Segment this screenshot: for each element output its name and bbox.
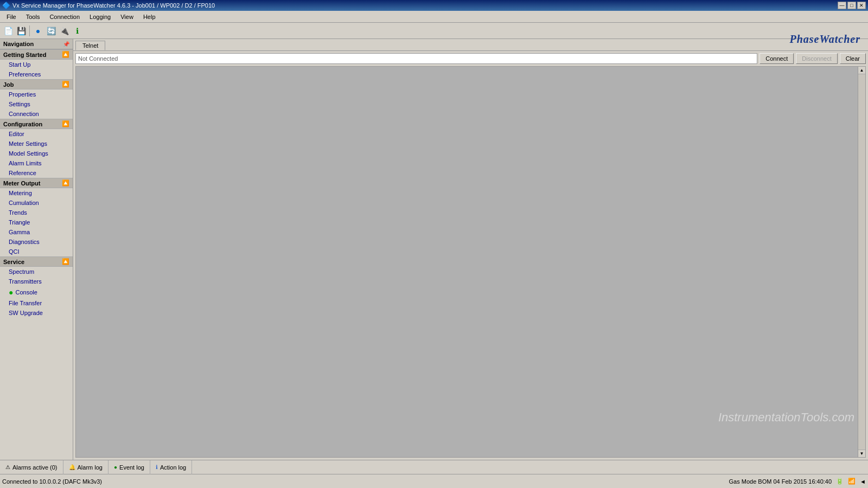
status-arrow-icon: ◄	[860, 478, 866, 485]
telnet-address-input[interactable]	[75, 53, 757, 64]
nav-section-service-collapse-icon: 🔼	[62, 258, 69, 265]
navigation-sidebar: Navigation 📌 Getting Started 🔼 Start Up …	[0, 39, 73, 460]
sidebar-item-cumulation-label: Cumulation	[9, 200, 39, 206]
status-right-area: Gas Mode BOM 04 Feb 2015 16:40:40 🔋 📶 ◄	[729, 478, 866, 485]
minimize-button[interactable]: —	[838, 2, 846, 9]
nav-section-job-collapse-icon: 🔼	[62, 81, 69, 88]
nav-section-configuration[interactable]: Configuration 🔼	[0, 119, 73, 129]
tab-event-log[interactable]: ● Event log	[108, 460, 150, 474]
title-text: Vx Service Manager for PhaseWatcher 4.6.…	[12, 2, 215, 9]
connect-button[interactable]: Connect	[760, 53, 794, 64]
scroll-down-arrow[interactable]: ▼	[858, 450, 865, 457]
sidebar-item-settings[interactable]: Settings	[0, 99, 73, 109]
scroll-track[interactable]	[858, 74, 865, 450]
sidebar-item-model-settings[interactable]: Model Settings	[0, 149, 73, 158]
title-bar: 🔷 Vx Service Manager for PhaseWatcher 4.…	[0, 0, 868, 11]
nav-header: Navigation 📌	[0, 39, 73, 49]
app-icon: 🔷	[2, 2, 10, 9]
sidebar-item-trends[interactable]: Trends	[0, 208, 73, 217]
sidebar-item-spectrum[interactable]: Spectrum	[0, 267, 73, 277]
status-tray-icon-1: 🔋	[836, 478, 844, 485]
status-gas-mode-text: Gas Mode BOM 04 Feb 2015 16:40:40	[729, 478, 832, 485]
tab-alarms-active[interactable]: ⚠ Alarms active (0)	[0, 460, 63, 474]
menu-tools[interactable]: Tools	[22, 12, 44, 21]
sidebar-item-console-label: Console	[15, 289, 37, 296]
sidebar-item-alarm-limits[interactable]: Alarm Limits	[0, 158, 73, 168]
sidebar-item-sw-upgrade[interactable]: SW Upgrade	[0, 308, 73, 318]
status-connection-text: Connected to 10.0.0.2 (DAFC Mk3v3)	[2, 478, 102, 485]
sidebar-item-meter-settings[interactable]: Meter Settings	[0, 139, 73, 149]
sidebar-item-qci-label: QCI	[9, 248, 20, 255]
nav-pin-icon[interactable]: 📌	[63, 41, 69, 47]
sidebar-item-gamma[interactable]: Gamma	[0, 227, 73, 237]
nav-section-getting-started-label: Getting Started	[3, 52, 46, 58]
telnet-console[interactable]: InstrumentationTools.com ▲ ▼	[75, 66, 866, 458]
toolbar-connect-button[interactable]: ●	[32, 25, 44, 37]
sidebar-item-settings-label: Settings	[9, 101, 30, 107]
nav-section-service[interactable]: Service 🔼	[0, 256, 73, 267]
window-controls[interactable]: — □ ✕	[838, 2, 866, 9]
status-tray-icon-2: 📶	[848, 478, 856, 485]
toolbar-new-button[interactable]: 📄	[2, 25, 14, 37]
telnet-toolbar: Connect Disconnect Clear	[75, 53, 866, 64]
sidebar-item-sw-upgrade-label: SW Upgrade	[9, 310, 43, 316]
nav-section-job[interactable]: Job 🔼	[0, 79, 73, 89]
menu-view[interactable]: View	[116, 12, 138, 21]
sidebar-item-gamma-label: Gamma	[9, 229, 30, 235]
sidebar-item-alarm-limits-label: Alarm Limits	[9, 160, 42, 166]
toolbar-refresh-button[interactable]: 🔄	[45, 25, 57, 37]
sidebar-item-startup-label: Start Up	[9, 61, 30, 68]
sidebar-item-model-settings-label: Model Settings	[9, 150, 48, 157]
tab-action-log[interactable]: ℹ Action log	[150, 460, 192, 474]
main-layout: Navigation 📌 Getting Started 🔼 Start Up …	[0, 39, 868, 460]
status-bar: Connected to 10.0.0.2 (DAFC Mk3v3) Gas M…	[0, 474, 868, 488]
alarm-log-icon: 🔔	[69, 464, 75, 470]
toolbar-disconnect-button[interactable]: 🔌	[58, 25, 70, 37]
nav-section-getting-started[interactable]: Getting Started 🔼	[0, 49, 73, 60]
sidebar-item-properties[interactable]: Properties	[0, 89, 73, 99]
disconnect-button[interactable]: Disconnect	[796, 53, 837, 64]
menu-connection[interactable]: Connection	[45, 12, 84, 21]
console-active-icon: ●	[9, 288, 13, 297]
menu-file[interactable]: File	[2, 12, 21, 21]
maximize-button[interactable]: □	[847, 2, 856, 9]
sidebar-item-metering-label: Metering	[9, 190, 32, 196]
sidebar-item-file-transfer[interactable]: File Transfer	[0, 298, 73, 308]
tab-telnet[interactable]: Telnet	[75, 41, 105, 50]
sidebar-item-preferences[interactable]: Preferences	[0, 69, 73, 79]
sidebar-item-startup[interactable]: Start Up	[0, 60, 73, 69]
nav-section-meter-output-collapse-icon: 🔼	[62, 179, 69, 187]
sidebar-item-editor-label: Editor	[9, 131, 24, 137]
sidebar-item-meter-settings-label: Meter Settings	[9, 140, 47, 147]
alarms-icon: ⚠	[5, 464, 10, 470]
menu-help[interactable]: Help	[139, 12, 160, 21]
sidebar-item-transmitters[interactable]: Transmitters	[0, 277, 73, 286]
menu-logging[interactable]: Logging	[85, 12, 115, 21]
sidebar-item-metering[interactable]: Metering	[0, 188, 73, 198]
tab-alarm-log[interactable]: 🔔 Alarm log	[63, 460, 108, 474]
sidebar-item-triangle[interactable]: Triangle	[0, 217, 73, 227]
clear-button[interactable]: Clear	[840, 53, 866, 64]
toolbar-info-button[interactable]: ℹ	[71, 25, 83, 37]
sidebar-item-console[interactable]: ● Console	[0, 286, 73, 298]
toolbar: 📄 💾 ● 🔄 🔌 ℹ PhaseWatcher	[0, 23, 868, 39]
scroll-up-arrow[interactable]: ▲	[858, 67, 865, 74]
nav-section-service-label: Service	[3, 259, 24, 265]
sidebar-item-reference[interactable]: Reference	[0, 168, 73, 178]
nav-section-meter-output-label: Meter Output	[3, 180, 40, 187]
nav-section-configuration-label: Configuration	[3, 121, 42, 127]
nav-section-meter-output[interactable]: Meter Output 🔼	[0, 178, 73, 188]
nav-header-label: Navigation	[3, 41, 34, 47]
event-log-icon: ●	[114, 464, 117, 470]
vertical-scrollbar[interactable]: ▲ ▼	[858, 67, 865, 457]
sidebar-item-diagnostics-label: Diagnostics	[9, 239, 40, 245]
toolbar-save-button[interactable]: 💾	[15, 25, 27, 37]
sidebar-item-connection[interactable]: Connection	[0, 109, 73, 119]
close-button[interactable]: ✕	[857, 2, 866, 9]
sidebar-item-qci[interactable]: QCI	[0, 247, 73, 256]
sidebar-item-diagnostics[interactable]: Diagnostics	[0, 237, 73, 247]
sidebar-item-cumulation[interactable]: Cumulation	[0, 198, 73, 208]
sidebar-item-editor[interactable]: Editor	[0, 129, 73, 139]
menu-bar: File Tools Connection Logging View Help	[0, 11, 868, 23]
sidebar-item-preferences-label: Preferences	[9, 71, 41, 78]
